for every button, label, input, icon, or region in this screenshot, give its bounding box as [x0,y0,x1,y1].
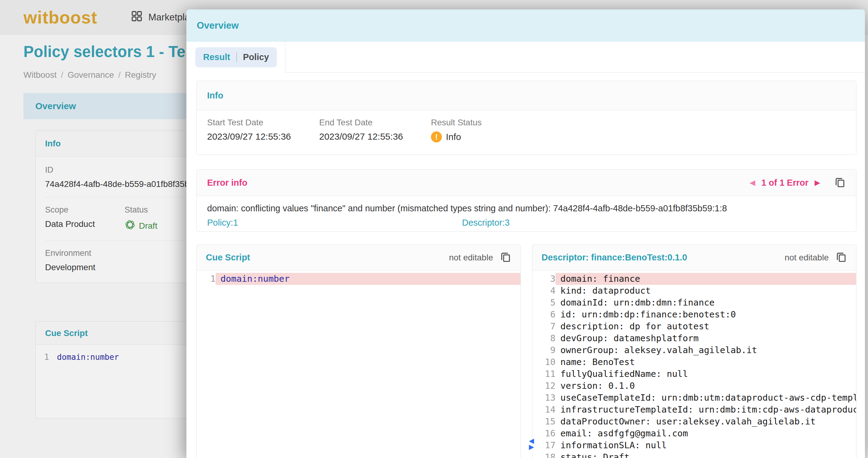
code-line: 16 email: asdfgfg@gmail.com [532,428,856,439]
descriptor-panel-header: Descriptor: finance:BenoTest:0.1.0 not e… [532,245,856,270]
code-text: ownerGroup: aleksey.valah_agilelab.it [556,344,856,356]
code-line: 5 domainId: urn:dmb:dmn:finance [532,297,856,309]
line-number: 13 [532,392,556,404]
code-text: description: dp for autotest [556,320,856,332]
code-line: 3 domain: finance [532,273,856,285]
not-editable-badge: not editable [449,253,493,262]
line-number: 1 [197,273,216,285]
end-test-date-label: End Test Date [319,118,431,127]
tab-result[interactable]: Result [203,52,230,62]
code-line: 17 informationSLA: null [532,439,856,451]
tab-separator [236,53,237,62]
copy-icon [835,251,847,264]
line-number: 9 [532,344,556,356]
copy-cue-script-button[interactable] [500,251,512,264]
code-line: 18 status: Draft [532,451,856,458]
prev-error-button[interactable]: ◀ [749,179,755,186]
cue-script-panel-title: Cue Script [206,253,250,262]
result-info-card: Info Start Test Date 2023/09/27 12:55:36… [196,81,857,155]
code-line: 12 version: 0.1.0 [532,380,856,392]
descriptor-editor[interactable]: 3 domain: finance 4 kind: dataproduct 5 [532,270,856,458]
code-text: status: Draft [556,451,856,458]
modal-title: Overview [197,20,239,31]
modal-header: Overview [186,9,865,42]
code-line: 13 useCaseTemplateId: urn:dmb:utm:datapr… [532,392,856,404]
code-text: devGroup: datameshplatform [556,332,856,344]
modal-tabs-cell: Result Policy [186,42,285,73]
tab-policy[interactable]: Policy [243,52,269,62]
copy-descriptor-button[interactable] [835,251,847,264]
code-line: 9 ownerGroup: aleksey.valah_agilelab.it [532,344,856,356]
panel-splitter-handle[interactable]: ◀ ▶ [525,438,537,450]
error-info-title: Error info [207,178,247,188]
code-text: version: 0.1.0 [556,380,856,392]
line-number: 18 [532,451,556,458]
next-error-button[interactable]: ▶ [815,179,820,186]
code-line: 14 infrastructureTemplateId: urn:dmb:itm… [532,404,856,416]
code-text: useCaseTemplateId: urn:dmb:utm:dataprodu… [556,392,856,404]
code-text: id: urn:dmb:dp:finance:benotest:0 [556,309,856,320]
line-number: 8 [532,332,556,344]
code-line: 6 id: urn:dmb:dp:finance:benotest:0 [532,309,856,320]
error-info-header: Error info ◀ 1 of 1 Error ▶ [197,170,856,196]
result-info-title: Info [207,91,223,101]
descriptor-panel-title: Descriptor: finance:BenoTest:0.1.0 [541,253,687,262]
code-line: 10 name: BenoTest [532,356,856,368]
modal-tabs-spacer [285,42,865,73]
chevron-right-icon: ▶ [529,444,534,450]
code-text: infrastructureTemplateId: urn:dmb:itm:cd… [556,404,856,416]
error-pagination: ◀ 1 of 1 Error ▶ [749,176,846,189]
code-text: email: asdfgfg@gmail.com [556,428,856,439]
screen: witboost Marketplace Policy selectors 1 … [0,0,868,458]
code-line: 8 devGroup: datameshplatform [532,332,856,344]
result-status-text: Info [446,132,461,142]
modal-content: Info Start Test Date 2023/09/27 12:55:36… [186,73,865,458]
line-number: 4 [532,285,556,297]
error-message: domain: conflicting values "finance" and… [207,203,846,213]
not-editable-badge: not editable [784,253,829,262]
cue-script-editor[interactable]: 1 domain:number [197,270,521,458]
copy-icon [500,251,512,264]
code-text: domain:number [216,273,521,285]
info-status-icon: ! [431,132,442,142]
overview-modal: Overview Result Policy Info Start Test D [186,9,865,458]
code-line: 11 fullyQualifiedName: null [532,368,856,380]
line-number: 15 [532,416,556,428]
start-test-date-label: Start Test Date [207,118,319,127]
code-text: kind: dataproduct [556,285,856,297]
error-info-body: domain: conflicting values "finance" and… [197,196,856,231]
start-test-date-value: 2023/09/27 12:55:36 [207,132,319,142]
policy-link[interactable]: Policy:1 [207,218,238,227]
line-number: 5 [532,297,556,309]
editors-row: Cue Script not editable [196,245,857,458]
descriptor-link[interactable]: Descriptor:3 [462,218,509,227]
result-status-value: ! Info [431,132,482,142]
result-info-header: Info [197,81,856,110]
line-number: 7 [532,320,556,332]
code-line: 1 domain:number [197,273,521,285]
line-number: 6 [532,309,556,320]
end-test-date-value: 2023/09/27 12:55:36 [319,132,431,142]
code-text: name: BenoTest [556,356,856,368]
line-number: 12 [532,380,556,392]
code-text: informationSLA: null [556,439,856,451]
result-status-label: Result Status [431,118,482,127]
result-info-body: Start Test Date 2023/09/27 12:55:36 End … [197,110,856,154]
error-info-card: Error info ◀ 1 of 1 Error ▶ domain: conf… [196,169,857,232]
code-line: 7 description: dp for autotest [532,320,856,332]
error-count: 1 of 1 Error [762,178,809,188]
cue-script-panel-header: Cue Script not editable [197,245,521,270]
code-text: fullyQualifiedName: null [556,368,856,380]
descriptor-panel: Descriptor: finance:BenoTest:0.1.0 not e… [532,245,857,458]
cue-script-panel: Cue Script not editable [196,245,521,458]
line-number: 3 [532,273,556,285]
result-policy-toggle: Result Policy [195,47,277,67]
copy-icon [834,176,846,189]
code-text: domainId: urn:dmb:dmn:finance [556,297,856,309]
code-line: 15 dataProductOwner: user:aleksey.valah_… [532,416,856,428]
line-number: 11 [532,368,556,380]
line-number: 10 [532,356,556,368]
copy-error-button[interactable] [834,176,846,189]
code-line: 4 kind: dataproduct [532,285,856,297]
line-number: 14 [532,404,556,416]
